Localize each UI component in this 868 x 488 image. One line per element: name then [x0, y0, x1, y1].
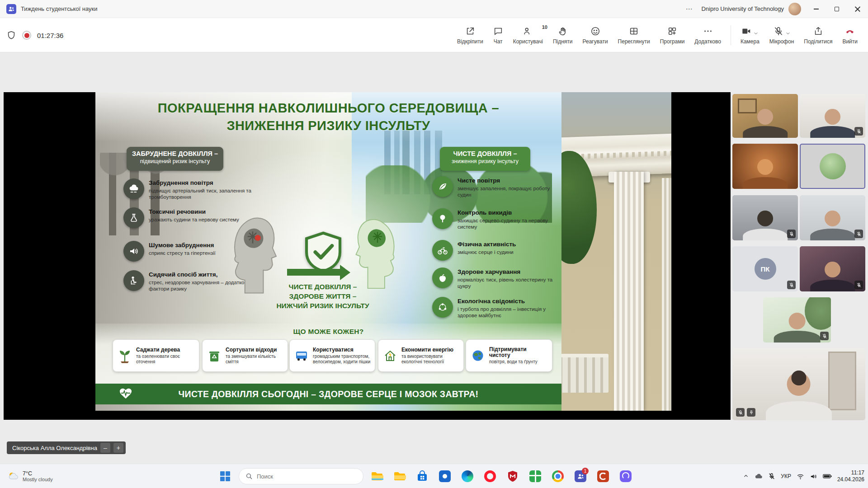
apple-icon	[432, 267, 453, 288]
windows-logo-icon	[220, 471, 230, 481]
app-folder[interactable]	[391, 467, 409, 485]
presenter-name-tag[interactable]: Сікорська Алла Олександрівна – +	[7, 441, 126, 454]
participant-tile-9[interactable]	[763, 297, 831, 343]
taskbar-search[interactable]	[239, 468, 363, 484]
app-powerpoint[interactable]	[594, 467, 612, 485]
account-org-name[interactable]: Dnipro University of Technology	[701, 5, 784, 12]
participant-tile-1[interactable]	[732, 94, 798, 138]
gift-app-icon	[529, 470, 541, 482]
react-button[interactable]: Реагувати	[578, 20, 613, 50]
hidden-icons-chevron[interactable]	[743, 473, 749, 479]
app-ms-store[interactable]	[413, 467, 431, 485]
meeting-timer: 01:27:36	[37, 32, 63, 39]
microphone-button[interactable]: Мікрофон	[764, 20, 799, 50]
name-tag-add-button[interactable]: +	[113, 443, 123, 453]
share-button[interactable]: Поділитися	[799, 20, 837, 50]
participant-tile-6[interactable]	[800, 195, 865, 240]
popout-icon	[465, 26, 475, 36]
pollution-item-air: Забруднення повітряпідвищує артеріальний…	[123, 178, 255, 200]
participant-tile-8[interactable]	[800, 246, 865, 291]
shield-antivirus-icon	[506, 470, 519, 483]
app-viber[interactable]	[617, 467, 635, 485]
center-message-line3: НИЖЧИЙ РИЗИК ІНСУЛЬТУ	[264, 301, 382, 310]
onedrive-cloud-icon[interactable]	[755, 472, 763, 480]
leave-button[interactable]: Вийти	[837, 20, 863, 50]
infographic: ПОКРАЩЕННЯ НАВКОЛИШНЬОГО СЕРЕДОВИЩА – ЗН…	[95, 92, 561, 411]
ellipsis-icon	[703, 26, 713, 36]
participant-video-silhouette	[773, 313, 821, 343]
action-card-public-transport: Користуватисягромадським транспортом, ве…	[289, 339, 375, 372]
tray-mic-muted-icon[interactable]	[768, 473, 775, 480]
slide-title: ПОКРАЩЕННЯ НАВКОЛИШНЬОГО СЕРЕДОВИЩА – ЗН…	[95, 99, 561, 135]
banner-text: ЧИСТЕ ДОВКІЛЛЯ СЬОГОДНІ – ЗДОРОВЕ СЕРЦЕ …	[179, 389, 479, 399]
slide-banner: ЧИСТЕ ДОВКІЛЛЯ СЬОГОДНІ – ЗДОРОВЕ СЕРЦЕ …	[95, 384, 561, 404]
meeting-toolbar: 01:27:36 Відкріпити Чат 10 Користувачі П…	[0, 18, 868, 52]
shield-check-icon	[303, 231, 343, 273]
participant-tile-3[interactable]	[732, 144, 798, 189]
participant-hair	[792, 371, 806, 385]
view-button[interactable]: Переглянути	[613, 20, 655, 50]
camera-button[interactable]: Камера	[736, 20, 764, 50]
search-input[interactable]	[257, 473, 347, 480]
participant-tile-7-initials[interactable]: ПК	[732, 246, 798, 291]
clean-item-nutrition: Здорове харчуваннянормалізує тиск, рівен…	[432, 267, 561, 289]
clean-badge-subtitle: зниження ризику інсульту	[440, 158, 530, 164]
participant-video-silhouette	[741, 109, 788, 138]
arrow-right-icon	[287, 269, 340, 276]
participant-tile-10-large[interactable]	[732, 348, 865, 420]
folder-icon	[393, 470, 406, 483]
app-antivirus[interactable]	[504, 467, 522, 485]
wifi-icon[interactable]	[797, 473, 804, 480]
mic-muted-icon	[854, 281, 863, 289]
more-options-button[interactable]: Додатково	[689, 20, 726, 50]
slide-title-line1: ПОКРАЩЕННЯ НАВКОЛИШНЬОГО СЕРЕДОВИЩА –	[95, 99, 561, 117]
user-avatar[interactable]	[788, 3, 801, 15]
mic-muted-icon	[787, 281, 796, 289]
flask-icon	[123, 207, 144, 228]
apps-button[interactable]: Програми	[655, 20, 690, 50]
privacy-shield-icon	[6, 30, 16, 40]
participant-video-silhouette	[741, 211, 788, 240]
battery-icon[interactable]	[823, 473, 832, 480]
app-file-explorer[interactable]	[368, 467, 386, 485]
pollution-badge: ЗАБРУДНЕНЕ ДОВКІЛЛЯ – підвищений ризик і…	[127, 147, 223, 171]
close-button[interactable]	[847, 0, 868, 18]
actions-title: ЩО МОЖЕ КОЖЕН?	[95, 328, 561, 336]
app-gift-green[interactable]	[526, 467, 544, 485]
participant-tile-2[interactable]	[800, 94, 865, 138]
maximize-button[interactable]	[826, 0, 847, 18]
chat-button[interactable]: Чат	[488, 20, 508, 50]
screen-share-stage: ПОКРАЩЕННЯ НАВКОЛИШНЬОГО СЕРЕДОВИЩА – ЗН…	[4, 92, 731, 420]
gallery-view-icon	[629, 26, 639, 36]
healthy-brain-illustration	[354, 213, 401, 289]
smog-cloud-icon	[123, 178, 144, 199]
clean-badge: ЧИСТЕ ДОВКІЛЛЯ – зниження ризику інсульт…	[440, 147, 530, 171]
volume-icon[interactable]	[810, 473, 817, 480]
minimize-button[interactable]	[806, 0, 826, 18]
app-teams[interactable]: 1	[571, 467, 590, 485]
participant-tile-4-highlighted[interactable]	[800, 144, 865, 189]
titlebar-more-menu[interactable]: ⋯	[677, 5, 701, 13]
language-indicator[interactable]: УКР	[781, 473, 791, 479]
participants-button[interactable]: 10 Користувачі	[508, 20, 548, 50]
app-blue-tile[interactable]	[436, 467, 454, 485]
participant-avatar	[820, 153, 846, 179]
camera-options-chevron[interactable]	[753, 31, 759, 36]
edge-icon	[462, 470, 473, 482]
raise-hand-button[interactable]: Підняти	[548, 20, 578, 50]
app-chrome[interactable]	[549, 467, 567, 485]
app-opera[interactable]	[481, 467, 499, 485]
name-tag-collapse-button[interactable]: –	[100, 443, 110, 453]
app-edge[interactable]	[458, 467, 476, 485]
weather-widget[interactable]: 7°C Mostly cloudy	[3, 464, 57, 488]
participant-tile-5[interactable]	[732, 195, 798, 240]
taskbar-clock[interactable]: 11:17 24.04.2026	[837, 469, 864, 483]
pollution-badge-subtitle: підвищений ризик інсульту	[127, 158, 223, 164]
building-column	[614, 172, 644, 411]
minimize-icon	[814, 9, 819, 9]
start-button[interactable]	[216, 467, 234, 485]
bicycle-icon	[432, 240, 453, 261]
bus-icon	[294, 348, 309, 363]
popout-button[interactable]: Відкріпити	[452, 20, 488, 50]
mic-options-chevron[interactable]	[785, 31, 791, 36]
